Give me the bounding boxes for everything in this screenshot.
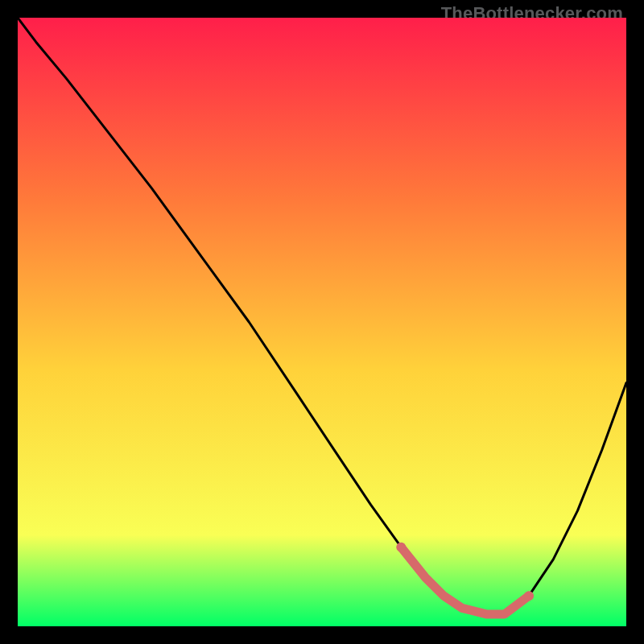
chart-plot: [18, 18, 626, 626]
chart-frame: TheBottlenecker.com: [0, 0, 644, 644]
valley-dot-start: [396, 543, 406, 552]
gradient-background: [18, 18, 626, 626]
valley-dot-end: [524, 591, 534, 601]
